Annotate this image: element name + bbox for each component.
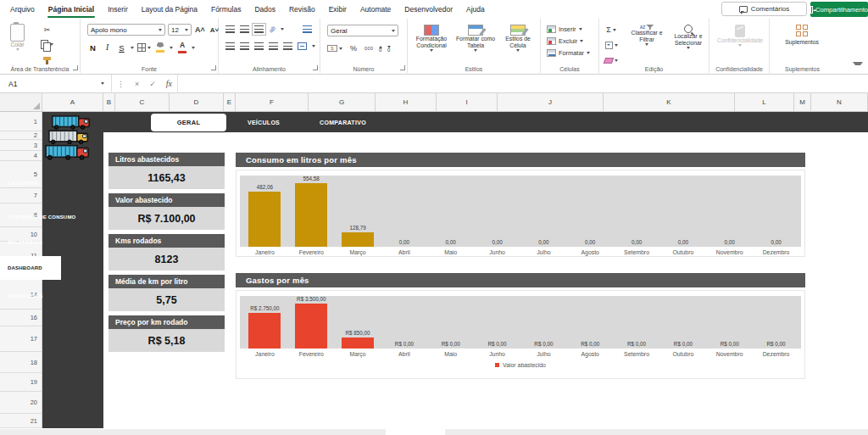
insert-cells-button[interactable]: Inserir	[547, 23, 590, 35]
italic-button[interactable]: I	[102, 42, 113, 53]
fill-button[interactable]	[604, 39, 618, 51]
orientation-icon[interactable]: ab	[268, 25, 276, 33]
font-name-combo[interactable]: Apolo mono	[87, 24, 165, 36]
font-dialog-launcher[interactable]	[211, 65, 216, 70]
column-header-N[interactable]: N	[811, 93, 868, 111]
align-middle-icon[interactable]	[240, 25, 249, 33]
cut-button[interactable]: ✂	[41, 24, 53, 36]
column-header-B[interactable]: B	[103, 93, 115, 111]
menu-tab-dados[interactable]: Dados	[248, 0, 282, 19]
decrease-indent-icon[interactable]	[269, 42, 278, 50]
column-header-F[interactable]: F	[236, 93, 309, 111]
fill-color-button[interactable]	[154, 42, 166, 53]
addins-button[interactable]: Suplementos	[776, 25, 827, 46]
conditional-formatting-button[interactable]: Formatação Condicional	[409, 25, 453, 52]
menu-tab-desenvolvedor[interactable]: Desenvolvedor	[398, 0, 459, 19]
formula-input[interactable]	[177, 75, 868, 92]
copy-button[interactable]	[41, 38, 53, 50]
insert-function-icon[interactable]: fx	[161, 79, 177, 88]
alignment-dialog-launcher[interactable]	[313, 65, 318, 70]
tab-comparativo[interactable]: COMPARATIVO	[298, 114, 387, 131]
row-header-4[interactable]: 4	[0, 151, 42, 161]
menu-tab-ajuda[interactable]: Ajuda	[459, 0, 492, 19]
tab-geral[interactable]: GERAL	[151, 114, 226, 131]
menu-tab-página-inicial[interactable]: Página Inicial	[42, 0, 101, 19]
increase-decimal-button[interactable]: 0	[379, 46, 382, 52]
menu-tab-fórmulas[interactable]: Fórmulas	[204, 0, 248, 19]
format-as-table-button[interactable]: Formatar como Tabela	[453, 25, 498, 52]
row-header-2[interactable]: 2	[0, 131, 42, 140]
sidebar-item-relatórios[interactable]: RELATÓRIOS	[0, 232, 61, 253]
row-header-3[interactable]: 3	[0, 140, 42, 151]
sidebar-item-cadastro[interactable]: CADASTRO	[0, 173, 61, 193]
row-header-17[interactable]: 17	[0, 326, 42, 352]
column-header-D[interactable]: D	[170, 93, 224, 111]
column-header-C[interactable]: C	[115, 93, 170, 111]
format-painter-button[interactable]	[41, 53, 53, 64]
share-button[interactable]: Compartilhamento	[810, 2, 868, 17]
find-select-button[interactable]: Localizar e Selecionar	[669, 25, 708, 49]
align-left-icon[interactable]	[225, 42, 235, 50]
column-header-A[interactable]: A	[42, 93, 103, 111]
borders-button[interactable]	[137, 42, 151, 53]
comments-button[interactable]: Comentários	[721, 2, 807, 16]
wrap-text-icon[interactable]	[303, 25, 312, 33]
sort-filter-button[interactable]: AZ Classificar e Filtrar	[626, 25, 667, 46]
autosum-button[interactable]: Σ	[604, 24, 618, 36]
align-right-icon[interactable]	[254, 42, 264, 50]
row-header-21[interactable]: 21	[0, 414, 42, 428]
row-header-18[interactable]: 18	[0, 352, 42, 373]
column-header-H[interactable]: H	[376, 93, 437, 111]
horizontal-scrollbar[interactable]	[0, 428, 868, 435]
decrease-decimal-button[interactable]: 0	[387, 46, 391, 52]
increase-indent-icon[interactable]	[283, 42, 292, 50]
column-header-J[interactable]: J	[498, 93, 604, 111]
column-header-M[interactable]: M	[794, 93, 811, 111]
sidebar-item-dashboard[interactable]: DASHBOARD	[0, 256, 61, 280]
column-header-E[interactable]: E	[224, 93, 236, 111]
accounting-format-button[interactable]: $	[327, 42, 342, 54]
comma-style-button[interactable]: 000	[364, 46, 374, 51]
bold-button[interactable]: N	[87, 42, 98, 53]
clipboard-dialog-launcher[interactable]	[73, 65, 78, 70]
underline-caret-icon[interactable]	[131, 47, 134, 49]
row-header-16[interactable]: 16	[0, 310, 42, 326]
align-top-icon[interactable]	[225, 25, 235, 33]
menu-tab-automate[interactable]: Automate	[353, 0, 398, 19]
underline-button[interactable]: S	[116, 42, 127, 53]
column-header-G[interactable]: G	[309, 93, 376, 111]
tab-veículos[interactable]: VEÍCULOS	[234, 114, 293, 131]
number-dialog-launcher[interactable]	[400, 65, 405, 70]
enter-icon[interactable]: ✓	[144, 80, 161, 88]
menu-tab-layout-da-página[interactable]: Layout da Página	[135, 0, 204, 19]
font-size-combo[interactable]: 12	[168, 24, 192, 36]
paste-button[interactable]: Colar	[10, 24, 25, 51]
menu-tab-arquivo[interactable]: Arquivo	[3, 0, 42, 19]
select-all-corner[interactable]	[0, 93, 42, 111]
clear-button[interactable]	[604, 54, 618, 66]
row-header-1[interactable]: 1	[0, 112, 42, 131]
menu-tab-inserir[interactable]: Inserir	[101, 0, 135, 19]
menu-tab-exibir[interactable]: Exibir	[322, 0, 353, 19]
number-format-combo[interactable]: Geral	[327, 25, 398, 36]
font-color-button[interactable]: A	[176, 42, 188, 53]
cancel-icon[interactable]: ×	[130, 80, 144, 88]
column-header-K[interactable]: K	[604, 93, 735, 111]
name-box[interactable]: A1	[0, 75, 112, 92]
row-header-20[interactable]: 20	[0, 392, 42, 414]
sidebar-item-instruções[interactable]: INSTRUÇÕES	[0, 285, 61, 307]
column-header-L[interactable]: L	[735, 93, 794, 111]
merge-center-icon[interactable]	[298, 42, 307, 50]
row-header-19[interactable]: 19	[0, 373, 42, 392]
menu-tab-revisão[interactable]: Revisão	[282, 0, 322, 19]
delete-cells-button[interactable]: Excluir	[547, 35, 590, 47]
sidebar-item-controle-de-consumo[interactable]: CONTROLE DE CONSUMO	[0, 207, 61, 227]
column-header-I[interactable]: I	[437, 93, 498, 111]
align-center-icon[interactable]	[240, 42, 249, 50]
increase-font-button[interactable]: A˄	[194, 24, 206, 36]
align-bottom-icon[interactable]	[254, 25, 264, 33]
cell-styles-button[interactable]: Estilos de Célula	[498, 25, 538, 52]
collapse-ribbon-icon[interactable]	[853, 62, 863, 69]
format-cells-button[interactable]: Formatar	[547, 47, 590, 59]
percent-button[interactable]: %	[348, 42, 359, 54]
